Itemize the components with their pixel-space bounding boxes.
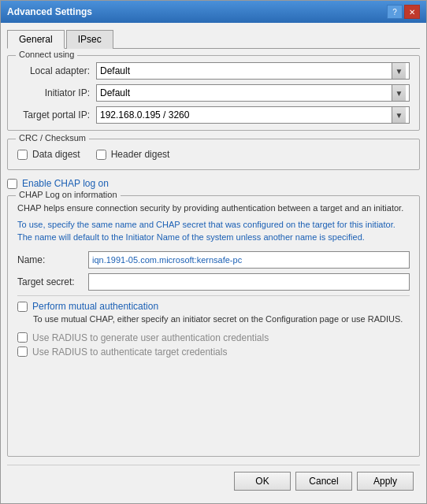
chap-section-label: CHAP Log on information: [16, 190, 121, 199]
header-digest-row: Header digest: [96, 149, 170, 160]
tab-bar: General IPsec: [7, 29, 420, 49]
name-field-row: Name:: [17, 251, 410, 269]
target-portal-ip-label: Target portal IP:: [17, 109, 96, 120]
target-secret-label: Target secret:: [17, 276, 88, 287]
help-button[interactable]: ?: [387, 5, 403, 19]
initiator-ip-control: Default ▼: [96, 84, 410, 102]
initiator-ip-row: Initiator IP: Default ▼: [17, 84, 410, 102]
radius-user-checkbox[interactable]: [17, 332, 28, 343]
target-portal-ip-dropdown[interactable]: 192.168.0.195 / 3260 ▼: [96, 106, 410, 124]
tab-ipsec[interactable]: IPsec: [66, 30, 113, 49]
radius-user-row: Use RADIUS to generate user authenticati…: [17, 332, 410, 343]
data-digest-label: Data digest: [32, 149, 80, 160]
header-digest-label: Header digest: [111, 149, 170, 160]
name-field-label: Name:: [17, 254, 88, 265]
close-button[interactable]: ✕: [404, 5, 420, 19]
connect-using-section: Connect using Local adapter: Default ▼ I…: [7, 55, 420, 131]
crc-section-label: CRC / Checksum: [16, 133, 89, 143]
initiator-ip-arrow: ▼: [392, 85, 406, 101]
radius-user-label: Use RADIUS to generate user authenticati…: [32, 332, 269, 343]
name-input[interactable]: [88, 251, 410, 269]
apply-button[interactable]: Apply: [357, 472, 414, 491]
target-secret-row: Target secret:: [17, 273, 410, 291]
mutual-auth-checkbox[interactable]: [17, 302, 28, 312]
enable-chap-label: Enable CHAP log on: [22, 178, 109, 189]
content-area: General IPsec Connect using Local adapte…: [1, 23, 426, 503]
target-portal-ip-arrow: ▼: [392, 107, 406, 123]
radius-target-row: Use RADIUS to authenticate target creden…: [17, 346, 410, 358]
header-digest-checkbox[interactable]: [96, 150, 106, 160]
title-bar-buttons: ? ✕: [387, 5, 420, 19]
enable-chap-checkbox[interactable]: [7, 179, 17, 189]
separator: [17, 295, 410, 296]
title-bar: Advanced Settings ? ✕: [1, 1, 426, 23]
local-adapter-dropdown[interactable]: Default ▼: [96, 62, 410, 80]
button-bar: OK Cancel Apply: [7, 465, 420, 497]
tab-general[interactable]: General: [7, 30, 65, 49]
initiator-ip-dropdown[interactable]: Default ▼: [96, 84, 410, 102]
local-adapter-arrow: ▼: [392, 63, 406, 79]
local-adapter-label: Local adapter:: [17, 65, 96, 76]
target-portal-ip-control: 192.168.0.195 / 3260 ▼: [96, 106, 410, 124]
initiator-ip-value: Default: [100, 87, 392, 98]
radius-target-label: Use RADIUS to authenticate target creden…: [32, 346, 227, 358]
local-adapter-value: Default: [100, 65, 392, 76]
radius-target-checkbox[interactable]: [17, 346, 28, 357]
ok-button[interactable]: OK: [234, 472, 291, 491]
local-adapter-control: Default ▼: [96, 62, 410, 80]
cancel-button[interactable]: Cancel: [295, 472, 352, 491]
connect-using-label: Connect using: [16, 50, 77, 59]
data-digest-checkbox[interactable]: [17, 150, 28, 160]
target-secret-input[interactable]: [88, 273, 410, 291]
mutual-auth-label: Perform mutual authentication: [32, 301, 158, 312]
chap-info-text2: To use, specify the same name and CHAP s…: [17, 219, 410, 243]
target-portal-ip-row: Target portal IP: 192.168.0.195 / 3260 ▼: [17, 106, 410, 124]
mutual-auth-row: Perform mutual authentication: [17, 301, 410, 312]
advanced-settings-window: Advanced Settings ? ✕ General IPsec Conn…: [0, 0, 427, 504]
crc-section: CRC / Checksum Data digest Header digest: [7, 139, 420, 170]
local-adapter-row: Local adapter: Default ▼: [17, 62, 410, 80]
initiator-ip-label: Initiator IP:: [17, 87, 96, 98]
data-digest-row: Data digest: [17, 149, 80, 160]
window-title: Advanced Settings: [7, 6, 92, 17]
enable-chap-row: Enable CHAP log on: [7, 178, 420, 189]
target-portal-ip-value: 192.168.0.195 / 3260: [100, 109, 392, 120]
mutual-auth-info: To use mutual CHAP, either specify an in…: [33, 313, 410, 325]
chap-section: CHAP Log on information CHAP helps ensur…: [7, 195, 420, 457]
crc-row: Data digest Header digest: [17, 146, 410, 163]
chap-info-text1: CHAP helps ensure connection security by…: [17, 202, 410, 214]
